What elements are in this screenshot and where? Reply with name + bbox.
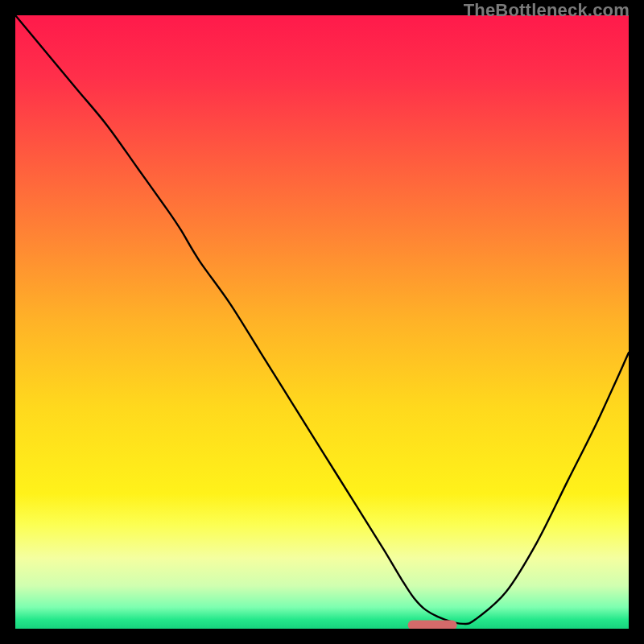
optimal-range-marker	[408, 620, 457, 629]
chart-background-gradient	[15, 15, 629, 629]
chart-frame	[15, 15, 629, 629]
bottleneck-chart	[15, 15, 629, 629]
attribution-watermark: TheBottleneck.com	[464, 0, 630, 21]
